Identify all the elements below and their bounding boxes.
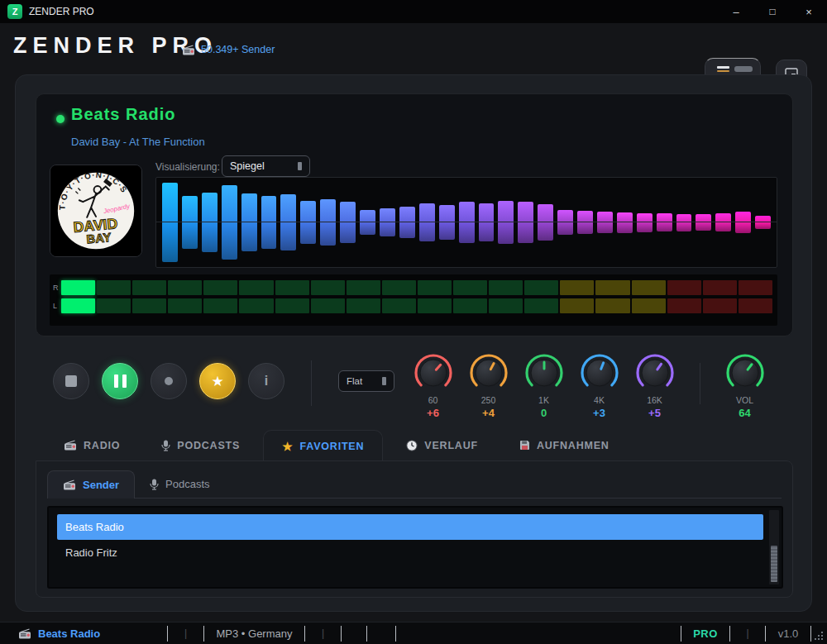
tab-aufnahmen[interactable]: AUFNAHMEN <box>501 430 628 460</box>
vu-row-l: L <box>53 298 772 313</box>
spectrum-bar <box>715 213 731 231</box>
statusbar-station-label: Beats Radio <box>38 627 100 640</box>
statusbar-stream-info: MP3 • Germany <box>204 623 304 644</box>
subtab-label: Sender <box>83 479 119 491</box>
vu-channel-label: R <box>53 284 61 292</box>
vu-segment <box>739 298 772 313</box>
knob-label: VOL <box>736 395 753 405</box>
scrollbar[interactable] <box>769 510 779 584</box>
maximize-button[interactable]: □ <box>754 0 791 23</box>
tab-verlauf[interactable]: VERLAUF <box>388 430 496 460</box>
volume-knob-container: VOL64 <box>717 353 772 419</box>
dropdown-indicator-icon <box>298 162 302 170</box>
vu-segment <box>453 298 487 313</box>
vu-segment <box>703 298 737 313</box>
vu-segment <box>739 280 772 295</box>
tab-favoriten[interactable]: ★FAVORITEN <box>263 430 383 461</box>
vu-segment <box>524 298 558 313</box>
spectrum-bar <box>340 202 356 243</box>
tab-label: AUFNAHMEN <box>537 440 609 451</box>
scrollbar-thumb[interactable] <box>771 546 777 582</box>
spectrum-bar <box>162 183 178 262</box>
statusbar-empty <box>396 623 681 644</box>
controls-row: ★ i Flat 60+6 250+4 1K0 4K+3 <box>36 348 793 431</box>
vu-segment <box>61 298 95 313</box>
info-icon: i <box>265 374 268 389</box>
pause-button[interactable] <box>102 363 138 399</box>
knob-value: +4 <box>482 407 495 419</box>
stop-icon <box>65 375 77 387</box>
record-button[interactable] <box>151 363 187 399</box>
vu-segment <box>418 280 452 295</box>
divider <box>311 360 312 406</box>
mic-icon <box>161 440 170 451</box>
spectrum-bar <box>538 204 553 241</box>
statusbar-empty <box>342 623 366 644</box>
spectrum-bar <box>479 203 495 241</box>
eq-preset-dropdown[interactable]: Flat <box>338 370 394 392</box>
eq-4k-knob[interactable]: 4K+3 <box>571 353 627 419</box>
vu-segment <box>489 298 523 313</box>
radio-icon <box>63 479 76 490</box>
favorites-subtabs: SenderPodcasts <box>47 470 782 499</box>
vu-segment <box>560 280 594 295</box>
knob-label: 16K <box>647 395 662 405</box>
live-indicator-dot <box>56 115 65 123</box>
station-row[interactable]: Beats Radio <box>57 514 763 540</box>
visualizer-center-line <box>155 222 777 222</box>
subtab-label: Podcasts <box>165 478 209 490</box>
visualization-value: Spiegel <box>230 160 265 172</box>
vu-row-r: R <box>53 280 772 295</box>
spectrum-bar <box>597 212 613 233</box>
now-playing-station: Beats Radio <box>71 105 176 124</box>
spectrum-bar <box>735 212 751 233</box>
volume-knob[interactable]: VOL64 <box>717 353 772 419</box>
subtab-sender[interactable]: Sender <box>47 470 135 499</box>
eq-1k-knob[interactable]: 1K0 <box>516 353 571 419</box>
vu-segment <box>667 298 701 313</box>
knob-dial <box>410 353 457 393</box>
spectrum-bar <box>518 202 533 243</box>
eq-60-knob[interactable]: 60+6 <box>405 353 461 419</box>
eq-preset-value: Flat <box>347 376 362 386</box>
tab-podcasts[interactable]: PODCASTS <box>143 430 258 460</box>
eq-250-knob[interactable]: 250+4 <box>461 353 516 419</box>
clock-icon <box>406 440 418 451</box>
vu-segment <box>275 280 309 295</box>
eq-16k-knob[interactable]: 16K+5 <box>627 353 682 419</box>
info-button[interactable]: i <box>248 363 284 399</box>
close-button[interactable]: × <box>791 0 827 23</box>
subtab-podcasts[interactable]: Podcasts <box>135 470 224 498</box>
spectrum-bar <box>498 201 514 244</box>
knob-label: 4K <box>594 395 605 405</box>
spectrum-bar <box>399 207 415 238</box>
now-playing-track: David Bay - At The Function <box>71 136 205 148</box>
spectrum-visualizer <box>155 177 777 268</box>
knob-value: +6 <box>427 407 439 419</box>
tab-radio[interactable]: RADIO <box>45 430 138 460</box>
statusbar-pipe: | <box>730 623 765 644</box>
vu-segment <box>632 280 666 295</box>
spectrum-bar <box>261 196 277 249</box>
statusbar-empty <box>367 623 395 644</box>
record-icon <box>165 377 173 385</box>
save-icon <box>519 440 530 451</box>
vu-segment <box>168 298 202 313</box>
spectrum-bar <box>557 210 573 235</box>
statusbar: Beats Radio | MP3 • Germany | PRO | v1.0 <box>0 622 827 644</box>
resize-grip[interactable] <box>821 638 823 640</box>
minimize-button[interactable]: – <box>718 0 754 23</box>
favorite-button[interactable]: ★ <box>199 363 236 399</box>
menu-pill <box>734 66 753 72</box>
station-row[interactable]: Radio Fritz <box>57 540 763 565</box>
station-list: Beats RadioRadio Fritz <box>47 506 783 589</box>
visualization-dropdown[interactable]: Spiegel <box>222 155 310 177</box>
dropdown-indicator-icon <box>382 377 386 385</box>
statusbar-empty <box>811 623 827 644</box>
knob-dial <box>576 353 623 393</box>
vu-channel-label: L <box>53 302 61 310</box>
header: ZENDER PRO 50.349+ Sender <box>0 23 827 74</box>
vu-segment <box>632 298 666 313</box>
stop-button[interactable] <box>53 363 89 399</box>
knob-value: 64 <box>739 407 750 419</box>
